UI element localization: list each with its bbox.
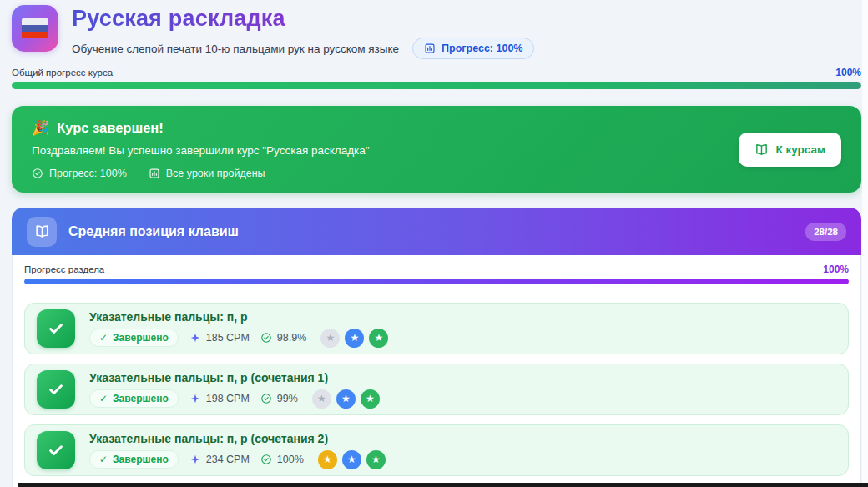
- section-middle-row-keys: Средняя позиция клавиш 28/28 Прогресс ра…: [12, 208, 861, 487]
- sparkle-icon: [189, 393, 201, 404]
- bar-chart-icon: [149, 168, 160, 179]
- scrollbar-track[interactable]: [862, 0, 868, 487]
- accuracy-value: 99%: [277, 393, 298, 404]
- status-label: Завершено: [113, 332, 169, 344]
- sparkle-icon: [189, 332, 201, 344]
- section-progress-fill: [24, 279, 849, 284]
- lesson-card[interactable]: Указательные пальцы: п, р ✓ Завершено 18…: [24, 303, 849, 354]
- banner-lessons-text: Все уроки пройдены: [166, 168, 265, 179]
- lesson-title: Указательные пальцы: п, р: [89, 310, 388, 324]
- green-star-icon: ★: [369, 329, 388, 348]
- star-rating: ★★★: [320, 329, 388, 348]
- course-completed-banner: 🎉 Курс завершен! Поздравляем! Вы успешно…: [12, 106, 861, 193]
- gold-star-icon: ★: [318, 450, 337, 469]
- course-progress-value: 100%: [835, 67, 861, 78]
- status-badge: ✓ Завершено: [89, 450, 179, 469]
- status-label: Завершено: [113, 393, 169, 404]
- section-header[interactable]: Средняя позиция клавиш 28/28: [12, 208, 861, 255]
- banner-progress-stat: Прогресс: 100%: [32, 168, 127, 179]
- open-book-icon: [27, 217, 57, 247]
- party-popper-icon: 🎉: [32, 119, 49, 137]
- green-star-icon: ★: [361, 389, 380, 409]
- gray-star-icon: ★: [312, 389, 331, 409]
- lesson-complete-icon: [37, 431, 75, 469]
- book-icon: [754, 143, 769, 157]
- cpm-stat: 234 CPM: [189, 454, 250, 465]
- accuracy-stat: 99%: [260, 393, 298, 404]
- cpm-value: 234 CPM: [206, 454, 250, 465]
- banner-message: Поздравляем! Вы успешно завершили курс "…: [32, 144, 370, 157]
- star-rating: ★★★: [318, 450, 386, 469]
- section-title: Средняя позиция клавиш: [68, 224, 239, 239]
- cpm-value: 185 CPM: [206, 332, 250, 344]
- banner-title: Курс завершен!: [57, 120, 164, 136]
- check-icon: ✓: [99, 393, 108, 404]
- section-count-badge: 28/28: [805, 223, 846, 241]
- cpm-stat: 185 CPM: [189, 332, 250, 344]
- lesson-card[interactable]: Указательные пальцы: п, р (сочетания 2) …: [24, 424, 849, 476]
- lesson-complete-icon: [37, 309, 75, 348]
- lesson-card[interactable]: Указательные пальцы: п, р (сочетания 1) …: [24, 364, 849, 415]
- blue-star-icon: ★: [342, 450, 361, 469]
- check-icon: ✓: [99, 332, 108, 344]
- status-label: Завершено: [113, 454, 169, 465]
- course-header: Русская раскладка Обучение слепой печати…: [12, 0, 861, 59]
- lesson-complete-icon: [37, 370, 75, 409]
- section-progress-label: Прогресс раздела: [24, 264, 104, 274]
- star-rating: ★★★: [312, 389, 380, 409]
- section-body: Прогресс раздела 100% Указательные пальц…: [12, 255, 861, 487]
- accuracy-stat: 98.9%: [260, 332, 306, 344]
- course-progress-label: Общий прогресс курса: [12, 68, 113, 78]
- page-title: Русская раскладка: [72, 6, 534, 32]
- sparkle-icon: [189, 454, 201, 465]
- check-circle-icon: [260, 454, 272, 465]
- cpm-value: 198 CPM: [206, 393, 250, 404]
- check-circle-icon: [260, 393, 272, 404]
- accuracy-value: 98.9%: [277, 332, 306, 344]
- lesson-title: Указательные пальцы: п, р (сочетания 1): [89, 371, 380, 384]
- accuracy-value: 100%: [277, 454, 304, 465]
- russian-flag-icon: [12, 5, 58, 52]
- to-courses-button[interactable]: К курсам: [739, 133, 842, 167]
- to-courses-button-label: К курсам: [776, 143, 826, 156]
- course-progress-fill: [12, 82, 861, 89]
- progress-badge-label: Прогресс: 100%: [442, 43, 522, 54]
- banner-progress-text: Прогресс: 100%: [49, 168, 127, 179]
- lesson-list: Указательные пальцы: п, р ✓ Завершено 18…: [24, 303, 849, 476]
- flag-image: [22, 18, 48, 38]
- section-progress-value: 100%: [823, 264, 849, 275]
- accuracy-stat: 100%: [260, 454, 304, 465]
- page-content: Русская раскладка Обучение слепой печати…: [12, 0, 861, 487]
- green-star-icon: ★: [366, 450, 386, 469]
- status-badge: ✓ Завершено: [89, 389, 179, 408]
- check-icon: ✓: [99, 454, 108, 465]
- course-progress: Общий прогресс курса 100%: [12, 67, 861, 89]
- status-badge: ✓ Завершено: [89, 329, 179, 347]
- course-progress-track: [12, 82, 861, 89]
- check-circle-icon: [32, 168, 43, 179]
- gray-star-icon: ★: [320, 329, 340, 348]
- bottom-edge: [18, 483, 868, 487]
- lesson-title: Указательные пальцы: п, р (сочетания 2): [89, 432, 386, 445]
- course-subtitle: Обучение слепой печати 10-ю пальцами рук…: [72, 43, 399, 55]
- check-circle-icon: [260, 332, 272, 344]
- banner-lessons-stat: Все уроки пройдены: [149, 168, 265, 179]
- blue-star-icon: ★: [336, 389, 356, 409]
- bar-chart-icon: [424, 43, 436, 54]
- cpm-stat: 198 CPM: [189, 393, 250, 404]
- progress-badge: Прогресс: 100%: [412, 38, 534, 59]
- section-progress-track: [24, 279, 849, 284]
- blue-star-icon: ★: [345, 329, 364, 348]
